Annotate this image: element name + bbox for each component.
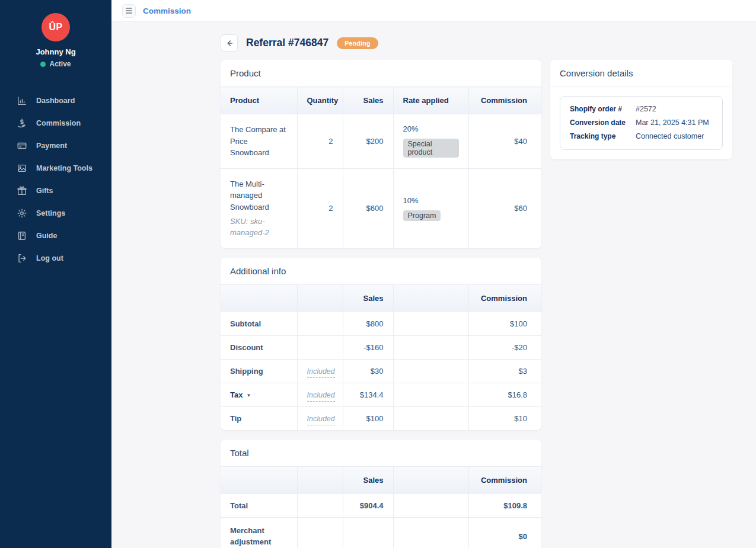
total-table-header: Sales Commission — [221, 466, 541, 493]
sidebar: ÛP Johnny Ng Active Dashboard Commission… — [0, 0, 111, 548]
commission-cell: -$20 — [468, 335, 541, 359]
status-badge: Pending — [337, 37, 378, 49]
row-label: Tax — [230, 390, 243, 399]
rate-type-tag: Special product — [403, 139, 459, 158]
page-title: Referral #746847 — [246, 37, 328, 49]
sidebar-item-label: Gifts — [36, 187, 53, 195]
sidebar-item-label: Commission — [36, 119, 81, 127]
app-logo: ÛP — [42, 13, 70, 41]
back-button[interactable] — [221, 34, 238, 52]
breadcrumb-commission[interactable]: Commission — [143, 7, 191, 15]
sidebar-item-marketing-tools[interactable]: Marketing Tools — [0, 157, 111, 180]
rate-percentage: 20% — [403, 124, 459, 133]
conversion-details-box: Shopify order # #2572 Conversion date Ma… — [560, 96, 723, 150]
credit-card-icon — [17, 140, 27, 151]
commission-cell: $16.8 — [468, 383, 541, 406]
conversion-card-title: Conversion details — [550, 60, 732, 87]
sidebar-item-guide[interactable]: Guide — [0, 225, 111, 247]
column-header-product: Product — [221, 87, 297, 114]
row-label: Merchant adjustment — [221, 517, 297, 548]
column-header-empty — [393, 466, 468, 493]
product-table-header: Product Quantity Sales Rate applied Comm… — [221, 87, 541, 114]
column-header-empty — [221, 284, 297, 312]
sales-cell — [343, 517, 393, 548]
sidebar-item-label: Payment — [36, 142, 67, 150]
hand-dollar-icon — [17, 118, 27, 129]
user-name: Johnny Ng — [6, 47, 106, 56]
included-hint: Included — [307, 415, 335, 425]
sidebar-item-logout[interactable]: Log out — [0, 247, 111, 270]
tracking-type-label: Tracking type — [570, 132, 636, 140]
column-header-empty — [297, 284, 343, 312]
shopify-order-value: #2572 — [636, 105, 656, 113]
page-header: Referral #746847 Pending — [221, 34, 732, 52]
sidebar-item-label: Marketing Tools — [36, 164, 92, 172]
row-label: Subtotal — [221, 312, 297, 335]
sidebar-item-payment[interactable]: Payment — [0, 134, 111, 157]
hamburger-menu-button[interactable] — [122, 4, 136, 18]
row-label-cell: Tax▼ — [221, 383, 297, 406]
product-name-cell: The Compare at Price Snowboard — [221, 114, 297, 169]
product-name: The Multi-managed Snowboard — [230, 178, 288, 213]
product-row: The Compare at Price Snowboard 2 $200 20… — [221, 114, 541, 169]
sidebar-item-commission[interactable]: Commission — [0, 112, 111, 134]
commission-cell: $100 — [468, 312, 541, 335]
sidebar-nav: Dashboard Commission Payment Marketing T… — [0, 89, 111, 270]
sidebar-item-settings[interactable]: Settings — [0, 202, 111, 225]
user-status: Active — [6, 60, 106, 68]
info-row-tip: Tip Included $100 $10 — [221, 406, 541, 430]
column-header-quantity: Quantity — [297, 87, 343, 114]
info-row-shipping: Shipping Included $30 $3 — [221, 359, 541, 383]
empty-cell — [393, 312, 468, 335]
row-label: Shipping — [221, 359, 297, 383]
book-icon — [17, 230, 27, 241]
empty-cell — [393, 335, 468, 359]
page-content: Referral #746847 Pending Product Product… — [111, 22, 756, 548]
included-cell — [297, 335, 343, 359]
empty-cell — [393, 517, 468, 548]
app-logo-text: ÛP — [49, 22, 62, 33]
row-label: Tip — [221, 406, 297, 430]
shopify-order-label: Shopify order # — [570, 105, 636, 113]
main-area: Commission Referral #746847 Pending Prod… — [111, 0, 756, 548]
column-header-commission: Commission — [468, 284, 541, 312]
sidebar-item-label: Log out — [36, 254, 63, 262]
logout-icon — [17, 253, 27, 264]
commission-cell: $40 — [468, 114, 541, 169]
arrow-left-icon — [225, 39, 234, 48]
tax-expand-caret-icon[interactable]: ▼ — [246, 393, 251, 398]
empty-cell — [393, 493, 468, 517]
tracking-type-value: Connected customer — [636, 132, 704, 140]
additional-info-card: Additional info Sales Commission — [221, 258, 541, 430]
included-hint: Included — [307, 367, 335, 378]
active-status-dot — [40, 62, 46, 67]
conversion-column: Conversion details Shopify order # #2572… — [550, 60, 732, 169]
gear-icon — [17, 208, 27, 219]
commission-cell: $109.8 — [468, 493, 541, 517]
sales-cell: $30 — [343, 359, 393, 383]
sales-cell: $800 — [343, 312, 393, 335]
conversion-field: Tracking type Connected customer — [570, 132, 713, 140]
included-cell: Included — [297, 359, 343, 383]
total-row: Total $904.4 $109.8 — [221, 493, 541, 517]
sidebar-item-dashboard[interactable]: Dashboard — [0, 89, 111, 112]
user-status-label: Active — [49, 60, 71, 68]
conversion-date-label: Conversion date — [570, 118, 636, 127]
included-hint: Included — [307, 391, 335, 402]
conversion-field: Shopify order # #2572 — [570, 105, 713, 113]
quantity-cell: 2 — [297, 168, 343, 248]
gift-icon — [17, 185, 27, 196]
column-header-empty — [221, 466, 297, 493]
sales-cell: -$160 — [343, 335, 393, 359]
included-cell: Included — [297, 406, 343, 430]
column-header-commission: Commission — [468, 466, 541, 493]
commission-cell: $0 — [468, 517, 541, 548]
row-label: Discount — [221, 335, 297, 359]
sales-cell: $200 — [343, 114, 393, 169]
product-table: Product Quantity Sales Rate applied Comm… — [221, 86, 541, 248]
total-card: Total Sales Commission — [221, 440, 541, 548]
additional-info-header: Sales Commission — [221, 284, 541, 312]
sidebar-item-gifts[interactable]: Gifts — [0, 180, 111, 202]
rate-percentage: 10% — [403, 196, 459, 205]
sales-cell: $134.4 — [343, 383, 393, 406]
